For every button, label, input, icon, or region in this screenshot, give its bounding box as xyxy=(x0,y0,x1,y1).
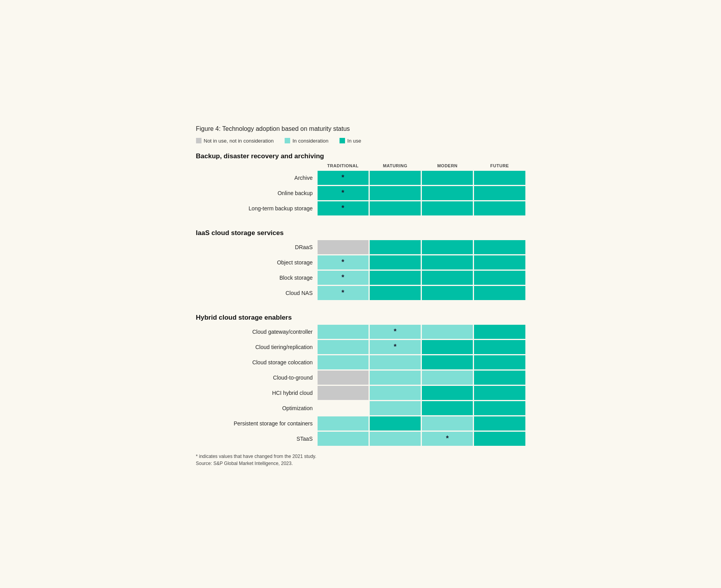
legend-label: In consideration xyxy=(292,138,329,144)
row-label: Cloud storage colocation xyxy=(196,355,318,369)
row-label: Cloud-to-ground xyxy=(196,371,318,385)
table-row: Cloud tiering/replication* xyxy=(196,340,525,354)
cell-hybrid-row1-col2 xyxy=(422,340,473,354)
cell-iaas-row3-col1 xyxy=(370,286,421,300)
cell-hybrid-row6-col2 xyxy=(422,416,473,431)
table-row: Object storage* xyxy=(196,255,525,270)
section-header-hybrid: Hybrid cloud storage enablers xyxy=(196,314,525,322)
col-header-maturing: MATURING xyxy=(370,163,421,170)
cell-iaas-row2-col0: * xyxy=(318,271,369,285)
cell-backup-row0-col1 xyxy=(370,171,421,185)
cell-hybrid-row6-col0 xyxy=(318,416,369,431)
cell-hybrid-row7-col1 xyxy=(370,432,421,446)
cell-hybrid-row3-col2 xyxy=(422,371,473,385)
cell-hybrid-row0-col1: * xyxy=(370,325,421,339)
cell-backup-row0-col0: * xyxy=(318,171,369,185)
cell-hybrid-row3-col0 xyxy=(318,371,369,385)
row-label: Online backup xyxy=(196,186,318,200)
cell-hybrid-row4-col3 xyxy=(474,386,525,400)
table-row: Optimization xyxy=(196,401,525,415)
legend-label: Not in use, not in consideration xyxy=(204,138,274,144)
col-header-traditional: TRADITIONAL xyxy=(318,163,369,170)
legend-item: In use xyxy=(340,138,361,144)
row-label: Long-term backup storage xyxy=(196,201,318,215)
cell-hybrid-row4-col1 xyxy=(370,386,421,400)
cell-hybrid-row7-col2: * xyxy=(422,432,473,446)
footnote-source: Source: S&P Global Market Intelligence, … xyxy=(196,460,525,467)
cell-iaas-row1-col2 xyxy=(422,255,473,270)
row-label: Optimization xyxy=(196,401,318,415)
cell-hybrid-row0-col3 xyxy=(474,325,525,339)
cell-hybrid-row0-col2 xyxy=(422,325,473,339)
cell-backup-row2-col2 xyxy=(422,201,473,215)
table-row: Persistent storage for containers xyxy=(196,416,525,431)
cell-hybrid-row1-col0 xyxy=(318,340,369,354)
legend-swatch xyxy=(196,138,202,143)
col-header-future: FUTURE xyxy=(474,163,525,170)
cell-backup-row2-col1 xyxy=(370,201,421,215)
table-row: Block storage* xyxy=(196,271,525,285)
cell-backup-row0-col2 xyxy=(422,171,473,185)
row-label: Persistent storage for containers xyxy=(196,416,318,431)
cell-hybrid-row2-col2 xyxy=(422,355,473,369)
row-label: Cloud gateway/controller xyxy=(196,325,318,339)
row-label: HCI hybrid cloud xyxy=(196,386,318,400)
legend-swatch xyxy=(340,138,345,143)
row-label: Archive xyxy=(196,171,318,185)
cell-hybrid-row5-col3 xyxy=(474,401,525,415)
footnote-star: * indicates values that have changed fro… xyxy=(196,453,525,460)
cell-hybrid-row5-col1 xyxy=(370,401,421,415)
col-header-modern: MODERN xyxy=(422,163,473,170)
cell-iaas-row1-col1 xyxy=(370,255,421,270)
table-row: STaaS* xyxy=(196,432,525,446)
cell-iaas-row0-col3 xyxy=(474,240,525,254)
legend-item: Not in use, not in consideration xyxy=(196,138,274,144)
table-row: Cloud-to-ground xyxy=(196,371,525,385)
cell-hybrid-row2-col3 xyxy=(474,355,525,369)
table-row: Archive* xyxy=(196,171,525,185)
footnote: * indicates values that have changed fro… xyxy=(196,453,525,467)
figure-title: Figure 4: Technology adoption based on m… xyxy=(196,125,525,132)
cell-backup-row1-col3 xyxy=(474,186,525,200)
cell-hybrid-row3-col1 xyxy=(370,371,421,385)
row-label: Block storage xyxy=(196,271,318,285)
cell-iaas-row0-col0 xyxy=(318,240,369,254)
cell-hybrid-row4-col0 xyxy=(318,386,369,400)
cell-iaas-row0-col1 xyxy=(370,240,421,254)
table-row: Online backup* xyxy=(196,186,525,200)
cell-backup-row1-col2 xyxy=(422,186,473,200)
section-header-backup: Backup, disaster recovery and archiving xyxy=(196,152,525,160)
cell-hybrid-row5-col2 xyxy=(422,401,473,415)
cell-hybrid-row0-col0 xyxy=(318,325,369,339)
cell-iaas-row3-col3 xyxy=(474,286,525,300)
row-label: Cloud NAS xyxy=(196,286,318,300)
chart-container: Figure 4: Technology adoption based on m… xyxy=(184,114,537,475)
legend-item: In consideration xyxy=(285,138,329,144)
row-label: DRaaS xyxy=(196,240,318,254)
cell-hybrid-row7-col3 xyxy=(474,432,525,446)
section-header-iaas: IaaS cloud storage services xyxy=(196,229,525,237)
cell-backup-row1-col0: * xyxy=(318,186,369,200)
column-headers: TRADITIONALMATURINGMODERNFUTURE xyxy=(196,163,525,170)
cell-hybrid-row6-col3 xyxy=(474,416,525,431)
table-row: Cloud storage colocation xyxy=(196,355,525,369)
row-label: Cloud tiering/replication xyxy=(196,340,318,354)
legend-label: In use xyxy=(347,138,361,144)
legend-swatch xyxy=(285,138,290,143)
table-row: HCI hybrid cloud xyxy=(196,386,525,400)
cell-hybrid-row7-col0 xyxy=(318,432,369,446)
cell-backup-row0-col3 xyxy=(474,171,525,185)
cell-hybrid-row4-col2 xyxy=(422,386,473,400)
chart-area: Backup, disaster recovery and archivingT… xyxy=(196,152,525,446)
cell-iaas-row1-col3 xyxy=(474,255,525,270)
table-row: Cloud gateway/controller* xyxy=(196,325,525,339)
cell-backup-row2-col3 xyxy=(474,201,525,215)
cell-backup-row2-col0: * xyxy=(318,201,369,215)
cell-iaas-row3-col2 xyxy=(422,286,473,300)
cell-hybrid-row5-col0 xyxy=(318,401,369,415)
row-label: Object storage xyxy=(196,255,318,270)
table-row: DRaaS xyxy=(196,240,525,254)
cell-hybrid-row2-col0 xyxy=(318,355,369,369)
cell-hybrid-row6-col1 xyxy=(370,416,421,431)
cell-hybrid-row1-col1: * xyxy=(370,340,421,354)
